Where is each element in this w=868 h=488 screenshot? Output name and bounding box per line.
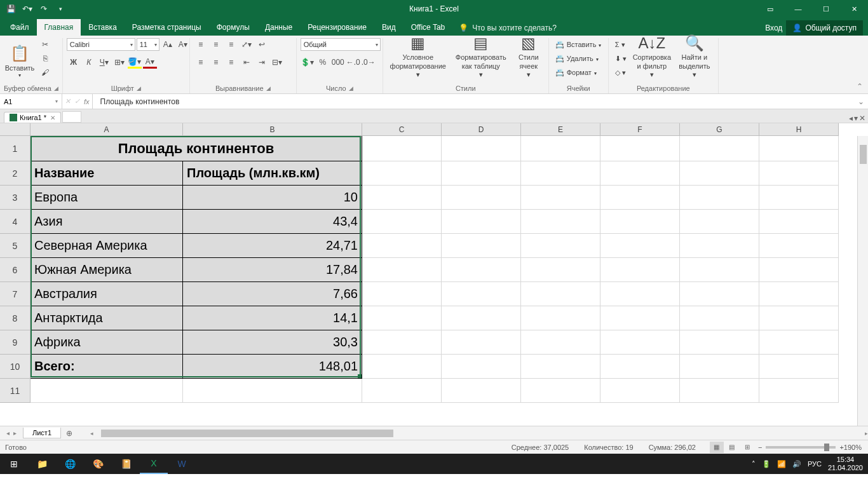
enter-formula-icon[interactable]: ✓ xyxy=(74,97,80,105)
cell[interactable] xyxy=(759,161,839,186)
paste-button[interactable]: 📋Вставить▾ xyxy=(4,38,36,80)
zoom-slider[interactable] xyxy=(766,446,836,449)
cell[interactable] xyxy=(442,282,521,306)
cell[interactable] xyxy=(362,282,442,306)
cancel-formula-icon[interactable]: ✕ xyxy=(65,97,71,105)
qat-customize-icon[interactable]: ▾ xyxy=(53,2,67,16)
cell[interactable] xyxy=(442,161,521,186)
cell[interactable] xyxy=(362,306,442,330)
cell[interactable] xyxy=(521,379,600,403)
align-middle-icon[interactable]: ≡ xyxy=(209,38,223,51)
percent-icon[interactable]: % xyxy=(316,56,330,69)
cell[interactable] xyxy=(759,234,839,258)
clipboard-launcher-icon[interactable]: ◢ xyxy=(54,85,58,92)
cell[interactable] xyxy=(680,306,759,330)
page-layout-view-icon[interactable]: ▤ xyxy=(725,442,739,453)
column-header[interactable]: A xyxy=(31,123,183,136)
cell[interactable]: Азия xyxy=(31,210,183,234)
start-icon[interactable]: ⊞ xyxy=(0,454,28,474)
tab-file[interactable]: Файл xyxy=(3,19,37,36)
cut-icon[interactable]: ✂ xyxy=(38,38,52,51)
tray-language[interactable]: РУС xyxy=(808,460,822,468)
cell[interactable] xyxy=(362,161,442,186)
tabstrip-menu-icon[interactable]: ▾ xyxy=(854,114,858,123)
cell[interactable] xyxy=(680,379,759,403)
app-icon[interactable]: 📔 xyxy=(112,454,140,474)
column-header[interactable]: C xyxy=(362,123,442,136)
file-explorer-icon[interactable]: 📁 xyxy=(28,454,56,474)
orientation-icon[interactable]: ⤢▾ xyxy=(240,38,254,51)
paint-icon[interactable]: 🎨 xyxy=(84,454,112,474)
merge-center-icon[interactable]: ⊟▾ xyxy=(270,56,284,69)
cell[interactable] xyxy=(759,330,839,355)
column-header[interactable]: B xyxy=(183,123,362,136)
wrap-text-icon[interactable]: ↩ xyxy=(255,38,269,51)
expand-formula-icon[interactable]: ⌄ xyxy=(858,97,868,106)
format-cells-button[interactable]: 📇 Формат xyxy=(553,66,599,79)
cell[interactable] xyxy=(680,186,759,210)
zoom-percent[interactable]: 190% xyxy=(844,444,868,451)
accounting-icon[interactable]: 💲▾ xyxy=(301,56,315,69)
tab-home[interactable]: Главная xyxy=(37,19,81,36)
fill-button[interactable]: ⬇ ▾ xyxy=(613,52,629,65)
tab-data[interactable]: Данные xyxy=(257,19,300,36)
row-header[interactable]: 9 xyxy=(0,330,31,355)
cell[interactable]: 24,71 xyxy=(183,234,362,258)
autosum-button[interactable]: Σ ▾ xyxy=(613,38,629,51)
cell[interactable] xyxy=(600,186,680,210)
cell[interactable] xyxy=(362,136,442,161)
cell[interactable] xyxy=(600,282,680,306)
row-header[interactable]: 1 xyxy=(0,136,31,161)
align-top-icon[interactable]: ≡ xyxy=(194,38,208,51)
tray-network-icon[interactable]: 📶 xyxy=(777,460,786,468)
row-header[interactable]: 5 xyxy=(0,234,31,258)
tab-insert[interactable]: Вставка xyxy=(81,19,125,36)
cell[interactable] xyxy=(442,234,521,258)
cell[interactable]: Африка xyxy=(31,330,183,355)
column-header[interactable]: F xyxy=(600,123,680,136)
cell[interactable] xyxy=(31,379,183,403)
font-launcher-icon[interactable]: ◢ xyxy=(137,85,141,92)
normal-view-icon[interactable]: ▦ xyxy=(710,442,724,453)
format-painter-icon[interactable]: 🖌 xyxy=(38,66,52,79)
cell[interactable] xyxy=(521,210,600,234)
cell[interactable]: 7,66 xyxy=(183,282,362,306)
increase-indent-icon[interactable]: ⇥ xyxy=(255,56,269,69)
cell[interactable]: 17,84 xyxy=(183,258,362,282)
cell[interactable] xyxy=(442,210,521,234)
cell[interactable]: Северная Америка xyxy=(31,234,183,258)
find-select-button[interactable]: 🔍Найти и выделить▾ xyxy=(675,38,714,80)
cell[interactable] xyxy=(680,330,759,355)
row-header[interactable]: 10 xyxy=(0,355,31,379)
select-all-corner[interactable] xyxy=(0,123,31,136)
alignment-launcher-icon[interactable]: ◢ xyxy=(266,85,271,92)
cell[interactable]: Название xyxy=(31,161,183,186)
column-header[interactable]: E xyxy=(521,123,600,136)
cell[interactable] xyxy=(600,136,680,161)
redo-icon[interactable]: ↷ xyxy=(37,2,51,16)
cell[interactable] xyxy=(442,258,521,282)
cell[interactable] xyxy=(442,186,521,210)
page-break-view-icon[interactable]: ⊞ xyxy=(740,442,754,453)
cell[interactable] xyxy=(442,379,521,403)
cell-styles-button[interactable]: ▧Стили ячеек▾ xyxy=(513,38,545,80)
cell[interactable]: Европа xyxy=(31,186,183,210)
tab-review[interactable]: Рецензирование xyxy=(300,19,374,36)
bold-icon[interactable]: Ж xyxy=(67,56,81,69)
underline-icon[interactable]: Ч▾ xyxy=(97,56,111,69)
number-launcher-icon[interactable]: ◢ xyxy=(349,85,353,92)
cells-area[interactable]: Площадь континентовНазваниеПлощадь (млн.… xyxy=(31,136,868,426)
chrome-icon[interactable]: 🌐 xyxy=(56,454,84,474)
cell[interactable] xyxy=(600,258,680,282)
cell[interactable] xyxy=(759,282,839,306)
cell[interactable] xyxy=(759,136,839,161)
comma-icon[interactable]: 000 xyxy=(331,56,345,69)
conditional-formatting-button[interactable]: ▦Условное форматирование▾ xyxy=(387,38,449,80)
sort-filter-button[interactable]: A↓ZСортировка и фильтр▾ xyxy=(632,38,672,80)
cell[interactable]: Всего: xyxy=(31,355,183,379)
tell-me-search[interactable]: 💡Что вы хотите сделать? xyxy=(452,20,563,36)
cell[interactable] xyxy=(362,379,442,403)
align-right-icon[interactable]: ≡ xyxy=(224,56,238,69)
align-center-icon[interactable]: ≡ xyxy=(209,56,223,69)
cell[interactable] xyxy=(521,136,600,161)
